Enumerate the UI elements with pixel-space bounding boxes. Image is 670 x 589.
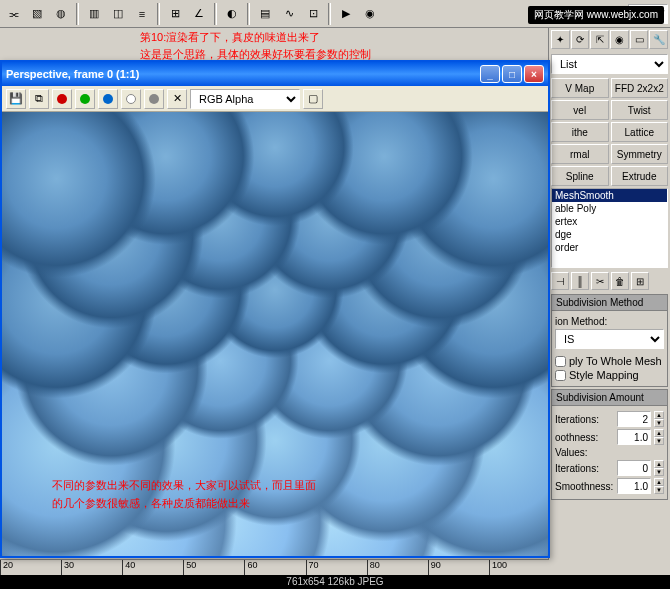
ffd-button[interactable]: FFD 2x2x2: [611, 78, 669, 98]
apply-whole-mesh-label: ply To Whole Mesh: [569, 355, 662, 367]
pin-stack-icon[interactable]: ⊣: [551, 272, 569, 290]
spinner-down-icon[interactable]: ▼: [654, 419, 664, 427]
smoothness2-spinner[interactable]: [617, 478, 651, 494]
save-image-icon[interactable]: 💾: [6, 89, 26, 109]
status-bar: 761x654 126kb JPEG: [0, 575, 670, 589]
method-label: ion Method:: [555, 316, 664, 327]
tool-angle-icon[interactable]: ∠: [188, 3, 210, 25]
tool-quick-render-icon[interactable]: ◉: [359, 3, 381, 25]
values-label: Values:: [555, 447, 664, 458]
frame-buffer-icon[interactable]: ▢: [303, 89, 323, 109]
separator: [214, 3, 217, 25]
apply-whole-mesh-checkbox[interactable]: [555, 356, 566, 367]
spinner-up-icon[interactable]: ▲: [654, 460, 664, 468]
alpha-channel-icon[interactable]: [121, 89, 141, 109]
show-end-result-icon[interactable]: ║: [571, 272, 589, 290]
tool-schematic-icon[interactable]: ⊡: [302, 3, 324, 25]
ruler-tick: 60: [244, 560, 305, 575]
stack-item-edge[interactable]: dge: [552, 228, 667, 241]
render-toolbar: 💾 ⧉ ✕ RGB Alpha ▢: [2, 86, 548, 112]
method-dropdown[interactable]: IS: [555, 329, 664, 349]
timeline-ruler[interactable]: 20 30 40 50 60 70 80 90 100: [0, 559, 550, 575]
tool-cube-icon[interactable]: ▧: [26, 3, 48, 25]
mono-channel-icon[interactable]: [144, 89, 164, 109]
modifier-list-dropdown[interactable]: List: [551, 54, 668, 74]
red-channel-icon[interactable]: [52, 89, 72, 109]
separator: [328, 3, 331, 25]
spline-button[interactable]: Spline: [551, 166, 609, 186]
hierarchy-tab-icon[interactable]: ⇱: [590, 30, 609, 49]
iterations-spinner[interactable]: [617, 411, 651, 427]
spinner-up-icon[interactable]: ▲: [654, 478, 664, 486]
render-title: Perspective, frame 0 (1:1): [6, 68, 480, 80]
spinner-down-icon[interactable]: ▼: [654, 486, 664, 494]
tool-array-icon[interactable]: ◫: [107, 3, 129, 25]
lattice-button[interactable]: Lattice: [611, 122, 669, 142]
separator: [247, 3, 250, 25]
iterations2-label: Iterations:: [555, 463, 614, 474]
iterations2-spinner[interactable]: [617, 460, 651, 476]
subdivision-method-rollout: Subdivision Method ion Method: IS ply To…: [551, 294, 668, 387]
uvmap-button[interactable]: V Map: [551, 78, 609, 98]
tool-link-icon[interactable]: ⫘: [2, 3, 24, 25]
stack-item-border[interactable]: order: [552, 241, 667, 254]
tool-mirror-icon[interactable]: ▥: [83, 3, 105, 25]
stack-item-editablepoly[interactable]: able Poly: [552, 202, 667, 215]
create-tab-icon[interactable]: ✦: [551, 30, 570, 49]
symmetry-button[interactable]: Symmetry: [611, 144, 669, 164]
clone-icon[interactable]: ⧉: [29, 89, 49, 109]
ruler-tick: 20: [0, 560, 61, 575]
green-channel-icon[interactable]: [75, 89, 95, 109]
watermark: 网页教学网 www.webjx.com: [528, 6, 664, 24]
spinner-down-icon[interactable]: ▼: [654, 468, 664, 476]
lathe-button[interactable]: ithe: [551, 122, 609, 142]
tool-render-icon[interactable]: ▶: [335, 3, 357, 25]
channel-dropdown[interactable]: RGB Alpha: [190, 89, 300, 109]
minimize-button[interactable]: _: [480, 65, 500, 83]
modifier-stack[interactable]: MeshSmooth able Poly ertex dge order: [551, 188, 668, 268]
blue-channel-icon[interactable]: [98, 89, 118, 109]
tool-snap-icon[interactable]: ⊞: [164, 3, 186, 25]
clear-icon[interactable]: ✕: [167, 89, 187, 109]
render-titlebar[interactable]: Perspective, frame 0 (1:1) _ □ ×: [2, 62, 548, 86]
remove-modifier-icon[interactable]: 🗑: [611, 272, 629, 290]
tool-material-icon[interactable]: ◐: [221, 3, 243, 25]
rollout-header[interactable]: Subdivision Amount: [552, 390, 667, 406]
display-tab-icon[interactable]: ▭: [630, 30, 649, 49]
spinner-up-icon[interactable]: ▲: [654, 429, 664, 437]
ruler-tick: 50: [183, 560, 244, 575]
smoothness-spinner[interactable]: [617, 429, 651, 445]
smoothness-label: oothness:: [555, 432, 614, 443]
utilities-tab-icon[interactable]: 🔧: [649, 30, 668, 49]
configure-sets-icon[interactable]: ⊞: [631, 272, 649, 290]
render-frame-window: Perspective, frame 0 (1:1) _ □ × 💾 ⧉ ✕ R…: [0, 60, 550, 558]
make-unique-icon[interactable]: ✂: [591, 272, 609, 290]
close-button[interactable]: ×: [524, 65, 544, 83]
ruler-tick: 100: [489, 560, 550, 575]
extrude-button[interactable]: Extrude: [611, 166, 669, 186]
tool-teapot-icon[interactable]: ◍: [50, 3, 72, 25]
spinner-up-icon[interactable]: ▲: [654, 411, 664, 419]
normal-button[interactable]: rmal: [551, 144, 609, 164]
render-viewport[interactable]: 不同的参数出来不同的效果，大家可以试试，而且里面 的几个参数很敏感，各种皮质都能…: [2, 112, 548, 556]
style-mapping-checkbox[interactable]: [555, 370, 566, 381]
separator: [157, 3, 160, 25]
tool-align-icon[interactable]: ≡: [131, 3, 153, 25]
tool-layers-icon[interactable]: ▤: [254, 3, 276, 25]
stack-item-meshsmooth[interactable]: MeshSmooth: [552, 189, 667, 202]
motion-tab-icon[interactable]: ◉: [610, 30, 629, 49]
twist-button[interactable]: Twist: [611, 100, 669, 120]
style-mapping-label: Style Mapping: [569, 369, 639, 381]
subdivision-amount-rollout: Subdivision Amount Iterations: ▲▼ oothne…: [551, 389, 668, 500]
tool-curve-icon[interactable]: ∿: [278, 3, 300, 25]
stack-item-vertex[interactable]: ertex: [552, 215, 667, 228]
annotation-top-line2: 这是是个思路，具体的效果好坏要看参数的控制: [140, 48, 371, 60]
rollout-header[interactable]: Subdivision Method: [552, 295, 667, 311]
modify-tab-icon[interactable]: ⟳: [571, 30, 590, 49]
maximize-button[interactable]: □: [502, 65, 522, 83]
command-panel: ✦ ⟳ ⇱ ◉ ▭ 🔧 List V MapFFD 2x2x2 velTwist…: [548, 28, 670, 560]
smoothness2-label: Smoothness:: [555, 481, 614, 492]
bevel-button[interactable]: vel: [551, 100, 609, 120]
spinner-down-icon[interactable]: ▼: [654, 437, 664, 445]
ruler-tick: 70: [306, 560, 367, 575]
